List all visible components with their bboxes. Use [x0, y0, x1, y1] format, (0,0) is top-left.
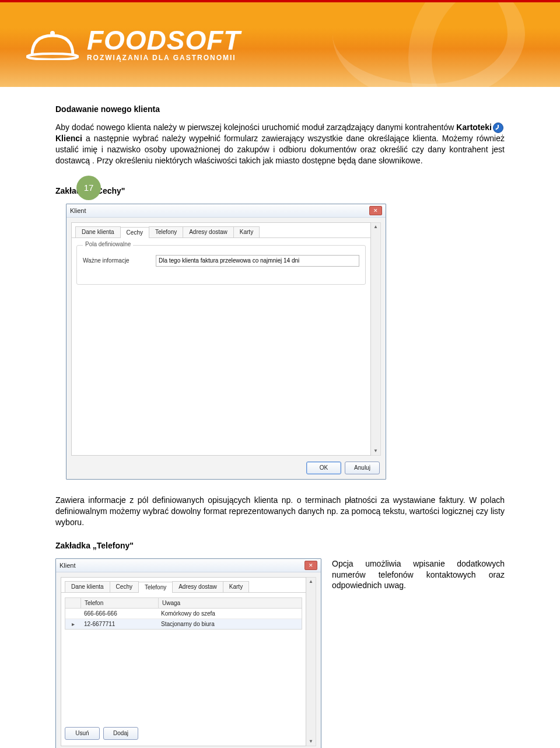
dialog-titlebar[interactable]: Klient ✕ — [66, 204, 386, 218]
scrollbar[interactable]: ▲ ▼ — [371, 222, 381, 456]
brand-header: FOODSOFT ROZWIĄZANIA DLA GASTRONOMII — [0, 2, 560, 87]
telefony-grid: Telefon Uwaga 666-666-666 Komórkowy do s… — [65, 597, 302, 630]
tab-adresy-dostaw[interactable]: Adresy dostaw — [172, 581, 223, 592]
scrollbar[interactable]: ▲ ▼ — [306, 577, 316, 746]
tab-telefony[interactable]: Telefony — [138, 582, 173, 593]
table-row[interactable]: 666-666-666 Komórkowy do szefa — [65, 609, 302, 619]
tab-adresy-dostaw[interactable]: Adresy dostaw — [183, 226, 234, 237]
tab-karty[interactable]: Karty — [233, 226, 260, 237]
col-telefon-header[interactable]: Telefon — [81, 598, 159, 608]
cloche-icon — [26, 27, 79, 62]
ok-button[interactable]: OK — [306, 462, 341, 474]
svg-point-0 — [27, 54, 78, 60]
kartoteki-icon — [493, 123, 503, 133]
close-icon[interactable]: ✕ — [369, 206, 382, 215]
scroll-up-icon[interactable]: ▲ — [371, 223, 380, 231]
decorative-swirl — [408, 2, 560, 87]
wazne-informacje-label: Ważne informacje — [83, 257, 150, 264]
tab-cechy[interactable]: Cechy — [110, 581, 139, 592]
tab-dane-klienta[interactable]: Dane klienta — [75, 226, 121, 237]
section-title: Dodawanie nowego klienta — [55, 104, 505, 114]
page-number-badge: 17 — [76, 176, 101, 200]
table-row[interactable]: ▸ 12-6677711 Stacjonarny do biura — [65, 619, 302, 629]
cechy-heading: Zakładka „Cechy" — [55, 186, 505, 195]
svg-point-1 — [50, 31, 55, 36]
cechy-paragraph: Zawiera informacje z pól definiowanych o… — [55, 495, 505, 528]
brand-tagline: ROZWIĄZANIA DLA GASTRONOMII — [87, 54, 241, 62]
telefony-paragraph: Opcja umożliwia wpisanie dodatkowych num… — [332, 558, 505, 592]
cancel-button[interactable]: Anuluj — [345, 462, 380, 474]
klient-dialog-cechy: Klient ✕ Dane klienta Cechy Telefony Adr… — [66, 204, 386, 480]
wazne-informacje-input[interactable] — [156, 255, 359, 267]
tab-telefony[interactable]: Telefony — [149, 226, 183, 237]
tab-cechy[interactable]: Cechy — [120, 227, 149, 238]
tab-bar: Dane klienta Cechy Telefony Adresy dosta… — [61, 581, 306, 593]
dialog-title: Klient — [60, 562, 76, 569]
tab-karty[interactable]: Karty — [223, 581, 249, 592]
tab-dane-klienta[interactable]: Dane klienta — [65, 581, 110, 592]
dialog-title: Klient — [70, 207, 86, 214]
usun-button[interactable]: Usuń — [65, 727, 100, 740]
groupbox-legend: Pola definiowalne — [83, 241, 133, 247]
scroll-down-icon[interactable]: ▼ — [371, 447, 380, 455]
dialog-titlebar[interactable]: Klient ✕ — [56, 559, 321, 572]
close-icon[interactable]: ✕ — [304, 561, 317, 570]
dodaj-button[interactable]: Dodaj — [103, 727, 138, 740]
brand-name: FOODSOFT — [87, 25, 241, 56]
pola-definiowalne-group: Pola definiowalne Ważne informacje — [76, 245, 366, 285]
scroll-down-icon[interactable]: ▼ — [306, 737, 316, 746]
col-uwaga-header[interactable]: Uwaga — [159, 598, 302, 608]
tab-bar: Dane klienta Cechy Telefony Adresy dosta… — [72, 226, 370, 238]
klient-dialog-telefony: Klient ✕ Dane klienta Cechy Telefony Adr… — [55, 558, 321, 748]
intro-paragraph: Aby dodać nowego klienta należy w pierws… — [55, 122, 505, 166]
grid-marker-col — [65, 598, 81, 608]
telefony-heading: Zakładka „Telefony" — [55, 541, 505, 550]
scroll-up-icon[interactable]: ▲ — [306, 578, 316, 586]
logo: FOODSOFT ROZWIĄZANIA DLA GASTRONOMII — [26, 25, 240, 62]
